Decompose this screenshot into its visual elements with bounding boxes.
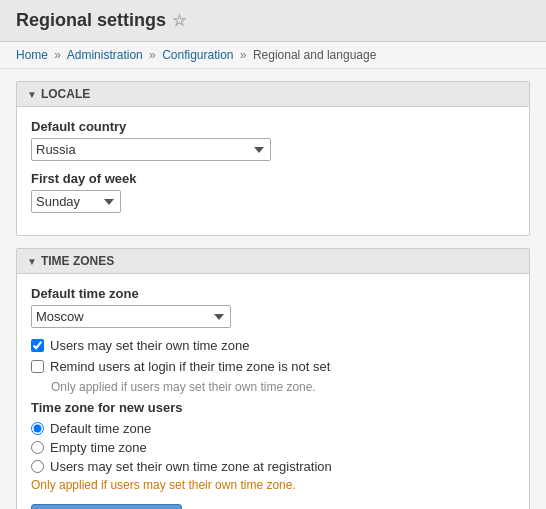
locale-section-header: ▼ LOCALE — [17, 82, 529, 107]
users-set-own-tz-label[interactable]: Users may set their own time zone — [50, 338, 249, 353]
timezone-section-header: ▼ TIME ZONES — [17, 249, 529, 274]
users-set-own-tz-row: Users may set their own time zone — [31, 338, 515, 353]
star-icon[interactable]: ☆ — [172, 11, 186, 30]
breadcrumb-config[interactable]: Configuration — [162, 48, 233, 62]
radio-default-tz-label[interactable]: Default time zone — [50, 421, 151, 436]
save-configuration-button[interactable]: Save configuration — [31, 504, 182, 509]
breadcrumb-regional: Regional and language — [253, 48, 376, 62]
locale-section: ▼ LOCALE Default country Russia First da… — [16, 81, 530, 236]
remind-note: Only applied if users may set their own … — [51, 380, 515, 394]
country-select[interactable]: Russia — [31, 138, 271, 161]
radio-own-tz-reg: Users may set their own time zone at reg… — [31, 459, 515, 474]
collapse-timezone-icon[interactable]: ▼ — [27, 256, 37, 267]
timezone-field: Default time zone Moscow — [31, 286, 515, 328]
radio-empty-tz-label[interactable]: Empty time zone — [50, 440, 147, 455]
radio-default-tz: Default time zone — [31, 421, 515, 436]
week-field: First day of week Sunday Monday Tuesday … — [31, 171, 515, 213]
timezone-section: ▼ TIME ZONES Default time zone Moscow Us… — [16, 248, 530, 509]
remind-checkbox[interactable] — [31, 360, 44, 373]
radio-empty-tz: Empty time zone — [31, 440, 515, 455]
page-title: Regional settings ☆ — [16, 10, 530, 31]
breadcrumb-home[interactable]: Home — [16, 48, 48, 62]
radio-empty-tz-input[interactable] — [31, 441, 44, 454]
collapse-locale-icon[interactable]: ▼ — [27, 89, 37, 100]
remind-label[interactable]: Remind users at login if their time zone… — [50, 359, 330, 374]
new-users-tz-label: Time zone for new users — [31, 400, 515, 415]
timezone-label: Default time zone — [31, 286, 515, 301]
breadcrumb: Home » Administration » Configuration » … — [0, 42, 546, 69]
radio-own-tz-reg-label[interactable]: Users may set their own time zone at reg… — [50, 459, 332, 474]
week-label: First day of week — [31, 171, 515, 186]
week-select[interactable]: Sunday Monday Tuesday Wednesday Thursday… — [31, 190, 121, 213]
breadcrumb-admin[interactable]: Administration — [67, 48, 143, 62]
radio-default-tz-input[interactable] — [31, 422, 44, 435]
only-applied-note: Only applied if users may set their own … — [31, 478, 515, 492]
remind-row: Remind users at login if their time zone… — [31, 359, 515, 374]
radio-own-tz-reg-input[interactable] — [31, 460, 44, 473]
country-label: Default country — [31, 119, 515, 134]
timezone-select[interactable]: Moscow — [31, 305, 231, 328]
country-field: Default country Russia — [31, 119, 515, 161]
users-set-own-tz-checkbox[interactable] — [31, 339, 44, 352]
